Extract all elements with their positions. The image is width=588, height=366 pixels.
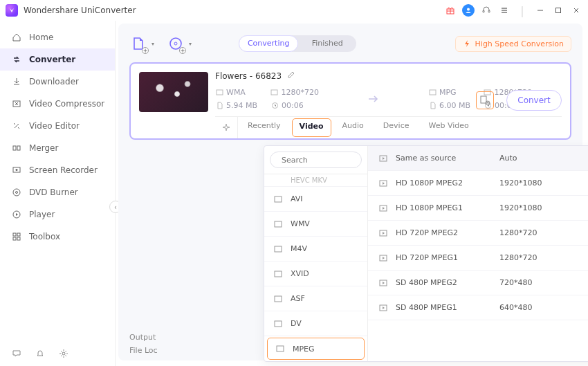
tab-finished[interactable]: Finished	[298, 35, 356, 52]
format-item-mpeg[interactable]: MPEG	[267, 338, 365, 360]
preset-res: 1920*1080	[499, 203, 569, 212]
tab-converting[interactable]: Converting	[239, 35, 298, 52]
svg-rect-14	[17, 233, 20, 236]
media-thumbnail[interactable]	[139, 72, 208, 112]
format-icon	[273, 244, 284, 255]
preset-row[interactable]: Same as sourceAuto	[368, 146, 588, 171]
sidebar-item-home[interactable]: Home	[0, 26, 115, 48]
sidebar-item-dvd[interactable]: DVD Burner	[0, 181, 115, 203]
svg-rect-20	[217, 90, 223, 95]
sidebar-item-label: Converter	[29, 55, 75, 64]
high-speed-toggle[interactable]: High Speed Conversion	[455, 36, 571, 52]
convert-button[interactable]: Convert	[506, 90, 562, 111]
preset-res: 720*480	[499, 278, 569, 287]
compressor-icon	[11, 98, 22, 109]
duration-icon	[270, 102, 279, 110]
home-icon	[11, 32, 22, 43]
sidebar-item-label: Home	[29, 33, 53, 42]
preset-row[interactable]: HD 720P MPEG21280*720	[368, 221, 588, 246]
svg-rect-3	[488, 10, 490, 12]
format-tab-video[interactable]: Video	[292, 118, 331, 137]
svg-rect-16	[17, 237, 20, 240]
search-input[interactable]	[282, 156, 382, 165]
avatar-icon[interactable]	[462, 4, 475, 17]
preset-res: 1920*1080	[499, 179, 569, 187]
content-toolbar: +▾ +▾ Converting Finished High Speed Con…	[129, 32, 571, 55]
sidebar-item-editor[interactable]: Video Editor	[0, 115, 115, 137]
minimize-icon[interactable]	[534, 4, 546, 17]
sidebar-item-toolbox[interactable]: Toolbox	[0, 226, 115, 248]
sidebar-item-merger[interactable]: Merger	[0, 137, 115, 159]
play-icon	[378, 203, 389, 214]
play-icon	[378, 253, 389, 264]
preset-row[interactable]: HD 1080P MPEG11920*1080	[368, 196, 588, 221]
recorder-icon	[11, 165, 22, 176]
format-item-xvid[interactable]: XVID	[264, 262, 367, 286]
sidebar-item-label: Player	[29, 210, 55, 219]
plus-badge-icon: +	[179, 47, 186, 54]
bell-icon[interactable]	[35, 348, 46, 359]
content-area: +▾ +▾ Converting Finished High Speed Con…	[118, 24, 582, 360]
sidebar-item-compressor[interactable]: Video Compressor	[0, 93, 115, 115]
plus-badge-icon: +	[142, 47, 149, 54]
format-search[interactable]	[270, 152, 362, 168]
format-item-asf[interactable]: ASF	[264, 286, 367, 311]
source-info: WMA 1280*720 5.94 MB 00:06	[215, 88, 319, 110]
format-icon	[273, 268, 284, 280]
sidebar-item-label: DVD Burner	[29, 187, 78, 197]
divider: |	[516, 4, 529, 17]
support-icon[interactable]	[480, 4, 493, 17]
filesize-icon	[215, 102, 223, 110]
preset-row[interactable]: SD 480P MPEG2720*480	[368, 271, 588, 295]
preset-row[interactable]: SD 480P MPEG1640*480	[368, 295, 588, 320]
sidebar-item-converter[interactable]: Converter	[0, 48, 115, 71]
svg-rect-33	[275, 296, 282, 302]
sidebar-item-downloader[interactable]: Downloader	[0, 71, 115, 93]
sidebar-item-label: Screen Recorder	[29, 165, 98, 175]
format-tab-audio[interactable]: Audio	[333, 117, 374, 138]
format-item[interactable]: HEVC MKV	[264, 174, 367, 187]
download-icon	[11, 76, 22, 87]
settings-icon[interactable]	[58, 348, 69, 359]
sidebar-item-label: Downloader	[29, 77, 79, 86]
svg-rect-32	[275, 271, 282, 277]
format-tab-recently[interactable]: Recently	[238, 117, 291, 138]
format-icon	[273, 194, 284, 205]
format-item-dv[interactable]: DV	[264, 311, 367, 336]
gift-icon[interactable]	[444, 4, 457, 17]
sidebar-item-player[interactable]: Player	[0, 203, 115, 226]
sidebar-item-label: Toolbox	[29, 232, 60, 241]
svg-point-1	[467, 8, 470, 11]
app-logo	[6, 4, 18, 17]
format-item-avi[interactable]: AVI	[264, 187, 367, 212]
svg-point-11	[16, 192, 18, 194]
format-tab-webvideo[interactable]: Web Video	[419, 117, 478, 138]
play-icon	[378, 302, 389, 313]
svg-rect-34	[275, 321, 282, 327]
preset-row[interactable]: HD 1080P MPEG21920*1080	[368, 171, 588, 196]
format-label: ASF	[291, 294, 305, 303]
format-tab-device[interactable]: Device	[374, 117, 419, 138]
sidebar-item-recorder[interactable]: Screen Recorder	[0, 159, 115, 181]
preset-name: HD 1080P MPEG1	[396, 203, 493, 212]
media-title: Flowers - 66823	[215, 71, 282, 81]
play-icon	[378, 153, 389, 164]
rename-icon[interactable]	[287, 71, 295, 81]
svg-point-10	[13, 189, 20, 196]
format-icon	[215, 89, 223, 97]
add-file-button[interactable]: +▾	[129, 35, 147, 53]
maximize-icon[interactable]	[552, 4, 564, 17]
add-disc-button[interactable]: +▾	[167, 35, 185, 53]
preset-name: Same as source	[396, 154, 493, 163]
menu-icon[interactable]	[498, 4, 511, 17]
format-panel: HEVC MKVAVIWMVM4VXVIDASFDVMPEG Same as s…	[264, 145, 588, 362]
effects-icon[interactable]	[215, 117, 238, 138]
format-item-m4v[interactable]: M4V	[264, 237, 367, 262]
preset-row[interactable]: HD 720P MPEG11280*720	[368, 246, 588, 271]
format-settings-button[interactable]	[476, 91, 494, 109]
format-icon	[273, 219, 284, 230]
preset-res: 1280*720	[499, 253, 569, 262]
feedback-icon[interactable]	[11, 348, 22, 359]
format-item-wmv[interactable]: WMV	[264, 212, 367, 237]
close-icon[interactable]	[570, 4, 582, 17]
